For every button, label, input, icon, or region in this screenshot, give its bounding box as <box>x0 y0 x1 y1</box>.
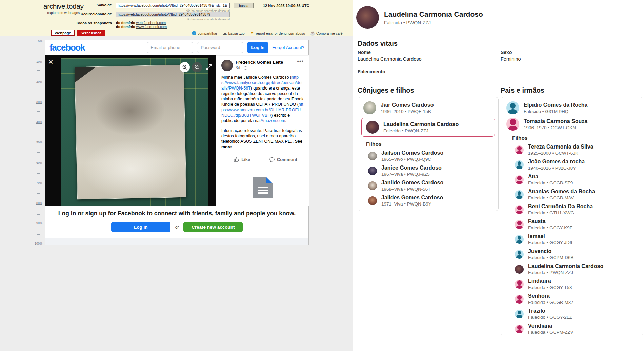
parents-heading: Pais e irmãos <box>501 86 544 94</box>
zoom-out-button[interactable] <box>192 62 202 72</box>
zoom-percent-link[interactable]: 20% <box>36 80 42 83</box>
photo-viewer: × <box>45 55 216 206</box>
toolbar-link[interactable]: Compra me café <box>316 31 343 35</box>
toolbar-item: Compra me café <box>310 31 343 35</box>
av-female <box>515 205 524 214</box>
zoom-percent-link[interactable]: 80% <box>36 201 42 205</box>
sibling-row[interactable]: Veridiana Falecida • GCPM-ZZV <box>515 323 643 335</box>
password-field[interactable] <box>197 42 243 53</box>
genealogy-profile-panel: Laudelina Carmonia Cardoso Falecida • PW… <box>353 0 644 351</box>
sibling-row[interactable]: Fausta Falecida • GCGY-K9F <box>515 218 643 231</box>
domain-link[interactable]: web.facebook.com <box>136 21 166 25</box>
busca-button[interactable]: busca <box>234 3 254 8</box>
parent-row[interactable]: Elpidio Gomes da Rocha Falecido • G31M-9… <box>506 101 638 114</box>
banner-buttons: Log In or Create new account <box>45 222 308 232</box>
spouse-row[interactable]: Jair Gomes Cardoso 1936–2010 • PWQF-15B <box>363 101 493 114</box>
author-avatar[interactable] <box>221 60 233 71</box>
person-lifespan-id: 1940–2016 • P32C-J8Y <box>528 165 585 171</box>
post-header: Frederick Gomes Leite 3d · ••• <box>221 60 304 71</box>
vitals-heading: Dados vitais <box>358 40 398 47</box>
archive-tab[interactable]: Webpage <box>51 30 75 36</box>
share-icon <box>192 31 196 35</box>
zoom-percent-link[interactable]: 10% <box>36 60 42 63</box>
zoom-ruler: 0% 10% 20% 30% 40% 50% 60% 70% 80% 90% 1… <box>34 40 43 245</box>
zoom-percent-link[interactable]: 90% <box>36 221 42 225</box>
post-text-segment: . <box>285 118 286 123</box>
navbar-login-button[interactable]: Log In <box>247 42 268 53</box>
name-label: Nome <box>358 50 371 55</box>
zoom-in-button[interactable] <box>180 62 190 72</box>
person-lifespan-id: Falecida • PWQN-ZZJ <box>383 128 459 134</box>
sibling-row[interactable]: Tereza Carmonia da Silva 1925–2000 • GCW… <box>515 143 643 156</box>
person-lifespan-id: Falecido • G31M-9HQ <box>524 109 587 114</box>
email-field[interactable] <box>147 42 193 53</box>
av-female <box>515 295 524 304</box>
domain-snapshot-links: do domínio web.facebook.com do domínio w… <box>116 21 167 29</box>
child-row[interactable]: Jailson Gomes Cardoso 1965–Vivo • PWQJ-Q… <box>368 150 498 162</box>
person-lifespan-id: Falecido • GCGY-2LZ <box>528 314 572 320</box>
sibling-row[interactable]: Trazilo Falecido • GCGY-2LZ <box>515 308 643 320</box>
sibling-row[interactable]: Lindaura Falecida • GCGY-T58 <box>515 278 643 290</box>
domain-link[interactable]: www.facebook.com <box>136 25 167 29</box>
redirected-url-input[interactable] <box>116 12 230 17</box>
person-name: Veridiana <box>528 323 573 329</box>
person-name: Beni Carmônia Da Rocha <box>528 203 593 210</box>
sibling-row[interactable]: Beni Carmônia Da Rocha Falecida • GTH1-X… <box>515 203 643 216</box>
coffee-icon <box>310 31 315 35</box>
sibling-row[interactable]: Ananias Gomes da Rocha Falecido • GCGB-M… <box>515 188 643 201</box>
zoom-percent-link[interactable]: 100% <box>35 242 42 245</box>
av-male <box>515 190 524 199</box>
thumbs-up-icon <box>234 157 239 162</box>
bug-icon <box>250 31 255 35</box>
like-button[interactable]: Like <box>221 154 263 165</box>
sibling-row[interactable]: Laudelina Carmonia Cardoso Falecida • PW… <box>515 263 643 275</box>
banner-login-button[interactable]: Log In <box>111 222 170 232</box>
toolbar-link[interactable]: report errar or denunciar abuso <box>256 31 305 35</box>
person-lifespan-id: 1971–Viva • PWQN-B9Y <box>381 201 443 207</box>
zoom-percent-link[interactable]: 30% <box>36 100 42 104</box>
close-icon[interactable]: × <box>48 57 53 66</box>
person-name: Ismael <box>528 233 572 239</box>
toolbar-link[interactable]: baixar .zip <box>228 31 245 35</box>
facebook-logo[interactable]: facebook <box>49 42 85 53</box>
profile-avatar[interactable] <box>356 6 379 29</box>
parents-siblings-card: Elpidio Gomes da Rocha Falecido • G31M-9… <box>501 97 643 335</box>
photo-cutting-mat <box>61 58 208 206</box>
child-row[interactable]: Janilde Gomes Cardoso 1968–Viva • PWQN-5… <box>368 179 498 192</box>
domain-row: do domínio www.facebook.com <box>116 25 167 29</box>
children-list: Jailson Gomes Cardoso 1965–Vivo • PWQJ-Q… <box>358 150 498 207</box>
person-lifespan-id: Falecida • GCGB-M37 <box>528 299 573 305</box>
download-icon <box>223 31 227 35</box>
zoom-percent-link[interactable]: 0% <box>38 40 42 43</box>
archive-tab[interactable]: Screenshot <box>77 30 105 36</box>
parent-row[interactable]: Tomazia Carmona Souza 1906–1970 • GCWT-G… <box>506 118 638 131</box>
create-account-button[interactable]: Create new account <box>183 222 243 232</box>
sibling-row[interactable]: João Gomes da rocha 1940–2016 • P32C-J8Y <box>515 158 643 171</box>
zoom-percent-link[interactable]: 50% <box>36 141 42 144</box>
child-row[interactable]: Janice Gomes Cardoso 1967–Viva • PWQJ-9Z… <box>368 164 498 177</box>
av-female <box>506 118 519 131</box>
forgot-account-link[interactable]: Forgot Account? <box>272 45 304 50</box>
person-name: Jaildes Gomes Cardoso <box>381 194 443 201</box>
post-menu-icon[interactable]: ••• <box>297 60 304 71</box>
post-link[interactable]: Amazon.com <box>260 118 285 123</box>
toolbar-link[interactable]: compartilhar <box>198 31 217 35</box>
selected-person-box[interactable]: Laudelina Carmonia Cardoso Falecida • PW… <box>361 118 495 137</box>
toolbar-item: compartilhar <box>192 31 217 35</box>
child-row[interactable]: Jaildes Gomes Cardoso 1971–Viva • PWQN-B… <box>368 194 498 207</box>
zoom-percent-link[interactable]: 60% <box>36 161 42 164</box>
sibling-row[interactable]: Ana Falecida • GCGB-ST9 <box>515 173 643 186</box>
person-name: Laudelina Carmonia Cardoso <box>528 263 603 269</box>
saved-url-input[interactable] <box>116 3 230 8</box>
archive-tabs: Webpage Screenshot <box>51 30 105 36</box>
sibling-row[interactable]: Ismael Falecido • GCGY-JD6 <box>515 233 643 246</box>
sibling-row[interactable]: Senhora Falecida • GCGB-M37 <box>515 293 643 305</box>
comment-button[interactable]: Comment <box>263 154 304 165</box>
zoom-percent-link[interactable]: 40% <box>36 120 42 124</box>
person-lifespan-id: Falecida • GTH1-XWG <box>528 210 593 216</box>
sibling-row[interactable]: Juvencio Falecido • GCPM-D6B <box>515 248 643 260</box>
zoom-percent-link[interactable]: 70% <box>36 181 42 184</box>
person-name: Jair Gomes Cardoso <box>381 102 434 108</box>
fullscreen-icon[interactable] <box>205 64 212 72</box>
post-author-name[interactable]: Frederick Gomes Leite <box>236 60 283 65</box>
